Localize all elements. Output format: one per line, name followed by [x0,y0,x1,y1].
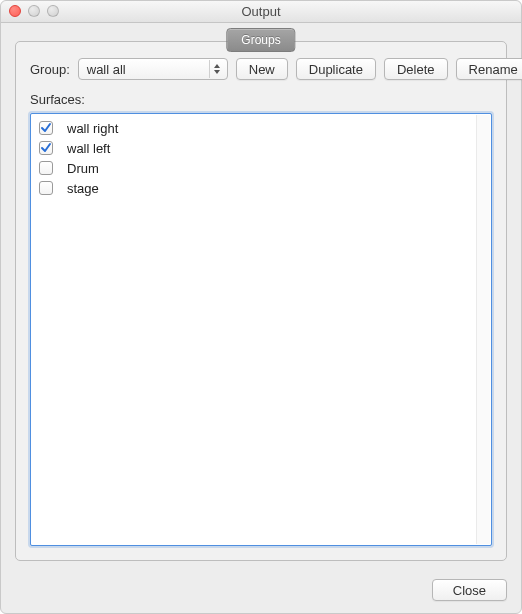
group-select-value: wall all [87,62,126,77]
checkbox[interactable] [39,181,53,195]
rename-button[interactable]: Rename [456,58,522,80]
list-item-label: wall left [67,141,110,156]
groups-tabbox: Groups Group: wall all New Duplicate Del… [15,41,507,561]
tab-groups[interactable]: Groups [226,28,295,52]
duplicate-button[interactable]: Duplicate [296,58,376,80]
zoom-window-icon[interactable] [47,5,59,17]
checkbox[interactable] [39,161,53,175]
window-body: Groups Group: wall all New Duplicate Del… [1,23,521,569]
list-item-label: wall right [67,121,118,136]
delete-button[interactable]: Delete [384,58,448,80]
close-button[interactable]: Close [432,579,507,601]
surfaces-label: Surfaces: [30,92,492,107]
list-item-label: Drum [67,161,99,176]
check-icon [40,122,52,134]
minimize-window-icon[interactable] [28,5,40,17]
group-select[interactable]: wall all [78,58,228,80]
chevron-up-icon [214,64,220,68]
checkbox[interactable] [39,121,53,135]
checkbox[interactable] [39,141,53,155]
select-stepper-icon [209,60,225,78]
window-controls [9,5,59,17]
group-label: Group: [30,62,70,77]
window-title: Output [1,1,521,23]
list-item[interactable]: wall left [31,138,491,158]
titlebar[interactable]: Output [1,1,521,23]
footer: Close [1,569,521,613]
list-item[interactable]: stage [31,178,491,198]
list-item-label: stage [67,181,99,196]
close-window-icon[interactable] [9,5,21,17]
output-window: Output Groups Group: wall all New Duplic… [0,0,522,614]
new-button[interactable]: New [236,58,288,80]
group-row: Group: wall all New Duplicate Delete Ren… [30,58,492,80]
surfaces-list[interactable]: wall right wall left Drum [30,113,492,546]
check-icon [40,142,52,154]
list-item[interactable]: wall right [31,118,491,138]
chevron-down-icon [214,70,220,74]
list-item[interactable]: Drum [31,158,491,178]
